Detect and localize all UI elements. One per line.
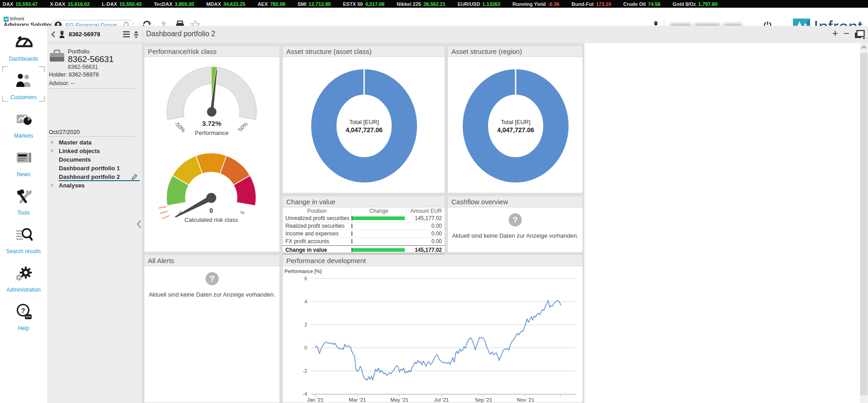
help-question-icon: ? — [205, 272, 218, 285]
sidebar-item-news[interactable]: News — [0, 141, 47, 180]
y-tick-label: 6 — [304, 276, 307, 281]
empty-state-text: Aktuell sind keine Daten zur Anzeige vor… — [448, 232, 583, 239]
risk-gauge: 1 5 0 Calculated risk class — [144, 150, 280, 231]
tree-item-label: Master data — [59, 139, 91, 146]
dashboard-title-bar: Dashboard portfolio 2 + − — [142, 26, 868, 43]
sidebar-item-label: Tools — [17, 210, 30, 216]
ticker-item: EUR/USD1.13262 — [458, 1, 500, 7]
sort-icon[interactable] — [133, 31, 139, 38]
y-axis-label: Performance [%] — [285, 269, 322, 274]
change-bar-cell — [351, 239, 407, 244]
expand-icon[interactable] — [51, 149, 54, 153]
tree-item-linked-objects[interactable]: Linked objects — [47, 147, 142, 155]
help-icon: ? — [14, 302, 33, 322]
layout-icon[interactable] — [855, 30, 866, 40]
column-header: Position — [283, 207, 351, 215]
portfolio-briefcase-icon — [49, 49, 65, 64]
ticker-item: Running Yield-0.36 — [512, 1, 559, 7]
column-header: Amount EUR — [407, 208, 445, 214]
entity-id: 8362-56631 — [68, 64, 98, 70]
performance-line-chart[interactable]: 6420-2-4Jan '21Mar '21May '21Jul '21Sep … — [283, 274, 583, 403]
x-tick-label: Nov '21 — [517, 397, 535, 403]
sidebar-item-customers[interactable]: Customers — [0, 64, 47, 103]
table-body: Unrealized profit securities145,177.02Re… — [283, 215, 445, 254]
donut-center-value: 4,047,727.06 — [346, 126, 383, 134]
gauge-min-label: -50% — [173, 120, 187, 134]
app-sidebar: DashboardsCustomersMarketsNewsToolsSearc… — [0, 26, 47, 403]
x-tick-label: Jul '21 — [434, 397, 449, 403]
toolbar: Infront Advisory Solution — [0, 8, 868, 26]
customer-icon — [58, 30, 66, 38]
back-icon[interactable] — [51, 30, 56, 38]
region-donut[interactable]: Total [EUR] 4,047,727.06 — [448, 57, 583, 193]
advisor-label: Advisor: -- — [49, 80, 75, 86]
collapse-panel-icon[interactable] — [136, 219, 142, 229]
scrollbar-thumb[interactable] — [860, 53, 868, 395]
change-table-row: Change in value145,177.02 — [283, 245, 445, 254]
change-bar-cell — [351, 248, 407, 252]
tree-item-analyses[interactable]: Analyses — [47, 181, 142, 190]
sidebar-item-label: Customers — [10, 94, 37, 101]
ticker-item: DAX15,593.47 — [3, 1, 38, 7]
sidebar-item-label: Search results — [6, 248, 41, 254]
change-bar-cell — [351, 231, 407, 236]
performance-gauge: -50% 50% 3.72% Performance — [144, 59, 280, 141]
menu-icon[interactable] — [123, 31, 130, 38]
x-tick-label: Mar '21 — [349, 397, 366, 403]
ticker-item: AEX782.08 — [257, 1, 285, 7]
position-cell: FX profit accounts — [283, 238, 351, 245]
widget-title: Cashflow overview — [448, 196, 583, 207]
market-ticker: DAX15,593.47X-DAX15,616.02L-DAX15,550.43… — [0, 0, 868, 8]
gauge-max-label: 5 — [239, 210, 245, 216]
y-tick-label: 4 — [304, 299, 307, 304]
selection-corner — [39, 66, 45, 72]
ticker-item: TecDAX3,850.30 — [154, 1, 194, 7]
x-tick-label: Sep '21 — [475, 397, 493, 403]
remove-widget-button[interactable]: − — [844, 28, 849, 39]
amount-cell: 145,177.02 — [407, 247, 445, 253]
widget-change-in-value: Change in value Position Change Amount E… — [282, 196, 445, 253]
sidebar-item-label: Help — [18, 325, 29, 331]
sidebar-item-help[interactable]: ?Help — [0, 295, 47, 334]
asset-class-donut[interactable]: Total [EUR] 4,047,727.06 — [283, 57, 446, 193]
expand-icon[interactable] — [51, 183, 54, 187]
edit-pencil-icon[interactable] — [131, 174, 138, 180]
selection-corner — [2, 96, 8, 102]
tree-item-dashboard-portfolio-2[interactable]: Dashboard portfolio 2 — [47, 173, 142, 181]
change-bar-cell — [351, 224, 407, 228]
widget-title: Performance/risk class — [144, 46, 280, 57]
sidebar-item-dashboards[interactable]: Dashboards — [0, 26, 47, 64]
tree-item-documents[interactable]: Documents — [47, 155, 142, 164]
widget-asset-structure-region: Asset structure (region) Total [EUR] 4,0… — [447, 45, 583, 193]
amount-cell: 0.00 — [407, 230, 445, 237]
widget-asset-structure-class: Asset structure (asset class) Total [EUR… — [282, 45, 445, 193]
table-header-row: Position Change Amount EUR — [283, 207, 445, 215]
widget-cashflow: Cashflow overview ? Aktuell sind keine D… — [447, 196, 583, 253]
sidebar-item-administration[interactable]: Administration — [0, 257, 47, 295]
add-widget-button[interactable]: + — [832, 28, 838, 39]
widget-title: Asset structure (asset class) — [283, 46, 445, 57]
sidebar-item-tools[interactable]: Tools — [0, 180, 47, 218]
customers-icon — [14, 72, 33, 91]
sidebar-item-label: Markets — [14, 133, 33, 139]
zero-tick — [351, 224, 352, 228]
vertical-scrollbar[interactable] — [860, 43, 868, 403]
change-table-row: Income and expenses0.00 — [283, 230, 445, 238]
tree-item-dashboard-portfolio-1[interactable]: Dashboard portfolio 1 — [47, 164, 142, 173]
widget-performance-development: Performance development Performance [%] … — [282, 254, 583, 403]
y-tick-label: -4 — [303, 391, 307, 397]
tree-item-label: Documents — [59, 156, 91, 163]
sidebar-item-search-results[interactable]: Search results — [0, 218, 47, 257]
scroll-up-icon[interactable] — [860, 45, 868, 49]
administration-icon — [14, 264, 33, 284]
amount-cell: 145,177.02 — [407, 215, 445, 221]
selection-corner — [39, 96, 45, 102]
page-title: Dashboard portfolio 2 — [146, 30, 215, 38]
search-results-icon — [14, 225, 33, 245]
tree-item-master-data[interactable]: Master data — [47, 138, 142, 147]
divider — [49, 88, 136, 89]
context-entity-id: 8362-56978 — [69, 31, 100, 38]
sidebar-item-markets[interactable]: Markets — [0, 103, 47, 141]
portfolio-date[interactable]: Oct/27/2020 — [49, 129, 80, 135]
expand-icon[interactable] — [51, 140, 54, 144]
